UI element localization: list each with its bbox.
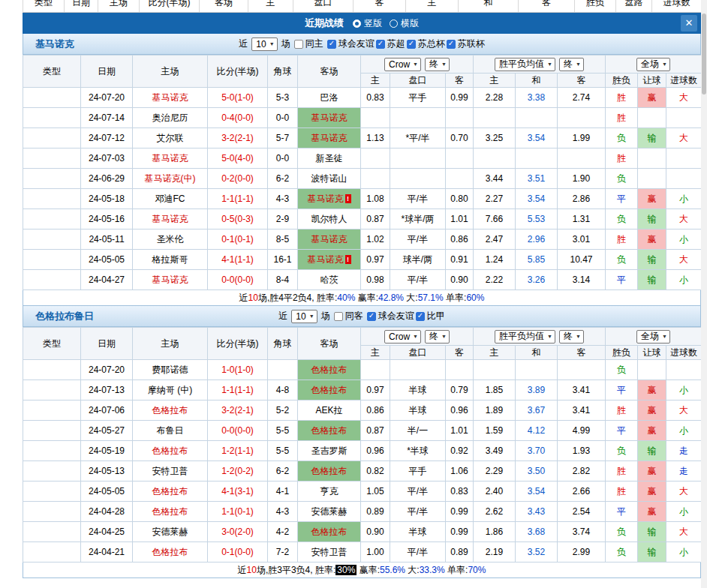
layout-radio-horizontal[interactable]: 横版 [390, 17, 419, 30]
scope-select[interactable]: 全场▼ [636, 58, 670, 71]
top-header-cell: 日期 [65, 0, 98, 13]
goals-result: 大 [666, 128, 702, 148]
close-button[interactable]: ✕ [681, 15, 697, 32]
match-count-select[interactable]: 10 ▼ [251, 38, 277, 51]
asian-handicap [390, 169, 446, 189]
checkbox-icon [416, 312, 425, 321]
league-type: 球会友谊 [23, 148, 81, 169]
asian-away-odds: 1.06 [446, 461, 474, 482]
asian-home-odds: 1.00 [361, 542, 390, 562]
asian-away-odds: 0.80 [446, 189, 474, 209]
match-row: 苏超24-05-18邓迪FC1-1(1-1)4-3基马诺克!1.08平/半0.8… [23, 189, 702, 209]
top-header-cell: 客 [354, 0, 406, 13]
score: 1-2(1-1) [208, 441, 268, 461]
europe-average-select[interactable]: 胜平负均值▼ [495, 330, 555, 344]
league-type: 球会友谊 [23, 169, 81, 189]
top-header-cell: 比分(半场) [140, 0, 200, 13]
scope-select[interactable]: 全场▼ [636, 330, 670, 344]
match-result: 胜 [606, 148, 638, 169]
col-handicap-result: 让球 [638, 74, 666, 88]
final-odds-select[interactable]: 终▼ [559, 330, 584, 344]
match-date: 24-07-20 [81, 88, 133, 108]
euro-home-odds [474, 108, 516, 128]
match-date: 24-05-11 [81, 230, 133, 250]
league-filter-checkbox[interactable]: 比甲 [416, 310, 445, 322]
checkbox-icon [447, 40, 456, 49]
asian-home-odds: 0.97 [361, 250, 390, 270]
euro-draw-odds: 3.54 [516, 189, 558, 209]
league-filter-checkbox[interactable]: 苏超 [376, 38, 405, 50]
goals-result: 大 [666, 250, 702, 270]
goals-result: 走 [666, 441, 702, 461]
handicap-result: 输 [638, 522, 666, 542]
asian-home-odds: 0.82 [361, 461, 390, 482]
section-kilmarnock: 基马诺克 近 10 ▼ 场 同主 球会友谊苏超苏总杯苏联杯 [23, 34, 701, 306]
corners: 0-0 [268, 108, 298, 128]
league-filter-checkbox[interactable]: 球会友谊 [367, 310, 414, 322]
league-type: 球会友谊 [23, 88, 81, 108]
handicap-result [638, 169, 666, 189]
section-header: 色格拉布鲁日 近 10 ▼ 场 同客 球会友谊比甲 [23, 306, 701, 327]
asian-handicap: *半球 [390, 441, 446, 461]
away-team: 基马诺克! [298, 250, 361, 270]
match-count-select[interactable]: 10 ▼ [291, 310, 317, 323]
popup-title: 近期战绩 [305, 16, 344, 30]
top-header-cell: 盘口 [293, 0, 354, 13]
top-header-cell: 客 [519, 0, 575, 13]
euro-away-odds [558, 108, 606, 128]
scrollbar[interactable] [701, 0, 707, 588]
top-header-cell: 类型 [23, 0, 65, 13]
euro-home-odds: 3.49 [474, 441, 516, 461]
league-filter-checkbox[interactable]: 苏总杯 [407, 38, 445, 50]
league-filter-label: 比甲 [427, 310, 445, 322]
asian-home-odds: 1.13 [361, 128, 390, 148]
score: 0-0(0-0) [208, 421, 268, 441]
score: 1-1(0-1) [208, 502, 268, 522]
score: 3-0(2-0) [208, 522, 268, 542]
col-away: 客场 [298, 328, 361, 360]
same-venue-checkbox[interactable]: 同主 [294, 38, 323, 50]
league-filter-checkbox[interactable]: 球会友谊 [327, 38, 375, 50]
league-type: 比甲 [23, 421, 81, 441]
corners: 4-1 [268, 482, 298, 502]
bookmaker-select[interactable]: Crow▼ [384, 330, 421, 344]
corners: 4-3 [268, 189, 298, 209]
europe-average-select[interactable]: 胜平负均值▼ [495, 58, 555, 71]
col-type: 类型 [23, 56, 81, 88]
league-filter-checkbox[interactable]: 苏联杯 [447, 38, 485, 50]
summary-part: 33.3% [420, 565, 445, 575]
match-date: 24-05-18 [81, 189, 133, 209]
away-team: 安德莱赫 [298, 502, 361, 522]
col-euro-home: 主 [474, 346, 516, 360]
goals-result [666, 169, 702, 189]
team-name: 色格拉布鲁日 [35, 310, 94, 323]
goals-result: 走 [666, 461, 702, 482]
filter-controls: 近 10 ▼ 场 同主 球会友谊苏超苏总杯苏联杯 [239, 38, 484, 51]
asian-handicap: 半球 [390, 380, 446, 400]
final-odds-select[interactable]: 终▼ [425, 58, 450, 71]
final-odds-select[interactable]: 终▼ [559, 58, 584, 71]
home-team: 圣米伦 [133, 230, 208, 250]
layout-radio-vertical[interactable]: 竖版 [353, 17, 382, 30]
away-team: 色格拉布 [298, 380, 361, 400]
euro-away-odds: 4.99 [558, 421, 606, 441]
match-result: 胜 [606, 230, 638, 250]
europe-odds-group: 胜平负均值▼ 终▼ [474, 328, 606, 346]
league-type: 球会友谊 [23, 108, 81, 128]
col-goals: 进球数 [666, 74, 702, 88]
same-venue-checkbox[interactable]: 同客 [334, 310, 363, 322]
final-odds-select[interactable]: 终▼ [425, 330, 450, 344]
home-team: 布鲁日 [133, 421, 208, 441]
away-team: 安特卫普 [298, 542, 361, 562]
corners: 8-5 [268, 230, 298, 250]
euro-away-odds: 10.47 [558, 250, 606, 270]
col-handicap: 盘口 [390, 74, 446, 88]
asian-odds-group: Crow▼ 终▼ [361, 328, 474, 346]
scrollbar-thumb[interactable] [702, 14, 706, 94]
asian-home-odds [361, 148, 390, 169]
asian-home-odds [361, 360, 390, 380]
match-row: 球会友谊24-07-03基马诺克5-0(4-0)0-0新圣徒胜 [23, 148, 702, 169]
col-result: 胜负 [606, 74, 638, 88]
col-type: 类型 [23, 328, 81, 360]
bookmaker-select[interactable]: Crow▼ [384, 58, 421, 71]
